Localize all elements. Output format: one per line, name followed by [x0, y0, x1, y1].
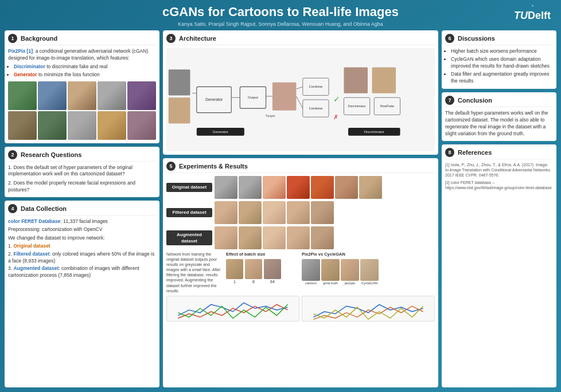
orig-img-2 [239, 176, 262, 199]
bg-img-8 [68, 111, 96, 140]
svg-text:Generator: Generator [213, 130, 228, 134]
experiments-panel: 5 Experiments & Results Original dataset [163, 158, 438, 387]
bg-img-1 [8, 81, 37, 110]
poster-authors: Kanya Satis, Pranjal Singh Rajput, Sonny… [5, 21, 556, 27]
exp-right-bottom: Pix2Pix vs CycleGAN cartoon grnd truth [302, 252, 435, 293]
dc-content: color FERET Database: 11,337 facial imag… [8, 218, 156, 279]
comp-2: grnd truth [321, 259, 340, 285]
ref-2: [2] color FERET database – https://www.n… [445, 180, 553, 190]
aug-img-3 [263, 226, 286, 249]
batch-1-label: 1 [233, 279, 236, 285]
pix2pix-vs-label: Pix2Pix vs CycleGAN [302, 252, 435, 258]
rq-1: 1. Does the default set of hyper paramet… [8, 164, 156, 178]
feret-desc: : 11,337 facial images [60, 218, 108, 224]
filt-img-5 [311, 201, 334, 224]
batch-1-img [226, 259, 243, 279]
bg-img-2 [38, 81, 67, 110]
svg-text:Combine: Combine [309, 85, 323, 88]
exp-row-augmented: Augmented dataset [166, 226, 435, 249]
svg-text:Discriminator: Discriminator [348, 104, 366, 108]
svg-text:✗: ✗ [333, 113, 338, 120]
orig-img-1 [215, 176, 237, 199]
column-1: 1 Background Pix2Pix [1]: a conditional … [5, 30, 159, 387]
background-images [8, 81, 156, 140]
dc-ds-1: 1. Original dataset [8, 243, 156, 250]
comp-img-1 [302, 259, 320, 281]
ref-content: [1] Isola, P., Zhu, J., Zhou, T., & Efro… [445, 162, 553, 190]
exp-row-original: Original dataset [166, 176, 435, 199]
bg-img-10 [127, 111, 156, 140]
filt-img-1 [215, 201, 237, 224]
references-panel: 8 References [1] Isola, P., Zhu, J., Zho… [442, 144, 556, 387]
bg-img-6 [8, 111, 37, 140]
original-label: Original dataset [13, 243, 50, 249]
main-content: 1 Background Pix2Pix [1]: a conditional … [5, 30, 556, 387]
augmented-images [215, 226, 435, 249]
filt-img-2 [239, 201, 262, 224]
conc-number: 7 [445, 96, 454, 105]
svg-text:✓: ✓ [333, 95, 340, 104]
comp-label-1: cartoon [305, 281, 317, 285]
exp-left-bottom: Network from training the original datas… [166, 252, 299, 293]
batch-64-group: 64 [264, 259, 281, 285]
rq-2: 2. Does the model properly recreate faci… [8, 180, 156, 194]
bg-img-7 [38, 111, 67, 140]
conc-content: The default hyper-parameters works well … [445, 110, 553, 138]
generator-label: Generator [14, 72, 37, 77]
bg-img-3 [68, 81, 96, 110]
arch-header: 3 Architecture [166, 34, 435, 45]
disc-bullet-1: Higher batch size worsens performance [451, 48, 553, 55]
exp-bottom-left-inner: Network from training the original datas… [166, 252, 299, 293]
batch-size-section: Effect of batch size 1 8 [226, 252, 281, 293]
charts-row [166, 296, 435, 322]
discussions-panel: 6 Discussions Higher batch size worsens … [442, 30, 556, 89]
background-number: 1 [8, 34, 17, 43]
svg-rect-13 [344, 67, 368, 93]
research-questions-panel: 2 Research Questions 1. Does the default… [5, 147, 159, 198]
feret-label: color FERET Database [8, 218, 60, 224]
exp-content: Original dataset Filtere [166, 176, 435, 322]
disc-bullet-3: Data filter and augmentation greatly imp… [451, 71, 553, 85]
exp-number: 5 [166, 162, 176, 171]
poster: cGANs for Cartoons to Real-life Images K… [0, 0, 561, 392]
bg-img-4 [98, 81, 126, 110]
svg-rect-0 [169, 69, 190, 95]
augmented-dataset-label: Augmented dataset [166, 230, 212, 245]
rq-header: 2 Research Questions [8, 150, 156, 162]
chart-1-svg [167, 296, 299, 321]
tu-delft-logo: ⌃ TUDelft [514, 5, 551, 22]
dc-title: Data Collection [21, 205, 67, 212]
comp-3: pix2pix [341, 259, 359, 285]
batch-64-label: 64 [270, 279, 275, 285]
filt-img-3 [263, 201, 286, 224]
arch-svg: Generator Output Combine Combine ✓ ✗ [166, 48, 435, 151]
batch-images: 1 8 64 [226, 259, 281, 285]
orig-img-4 [287, 176, 310, 199]
arch-number: 3 [166, 34, 176, 43]
rq-content: 1. Does the default set of hyper paramet… [8, 164, 156, 194]
comp-4: CycleGAN [360, 259, 379, 285]
dc-number: 4 [8, 204, 17, 213]
bg-img-9 [98, 111, 126, 140]
dc-preprocessing: Preprocessing: cartoonization with OpenC… [8, 226, 156, 233]
bullet-discriminator: Discriminator to discriminate fake and r… [14, 64, 156, 70]
chart-2 [302, 296, 435, 322]
chart-1 [166, 296, 299, 322]
svg-rect-1 [169, 97, 190, 123]
comparison-images: cartoon grnd truth pix2pix [302, 259, 435, 285]
background-title: Background [21, 35, 57, 42]
discriminator-label: Discriminator [14, 64, 45, 69]
aug-img-1 [215, 226, 237, 249]
exp-bottom-grid: Network from training the original datas… [166, 252, 435, 293]
header-text: cGANs for Cartoons to Real-life Images K… [5, 5, 556, 27]
filt-img-4 [287, 201, 310, 224]
ref-title: References [458, 149, 492, 156]
batch-8-label: 8 [252, 279, 255, 285]
original-dataset-label: Original dataset [166, 183, 212, 191]
background-bullets: Discriminator to discriminate fake and r… [8, 64, 156, 79]
exp-caption: Network from training the original datas… [166, 252, 224, 293]
background-header: 1 Background [8, 34, 156, 45]
disc-content: Higher batch size worsens performance Cy… [445, 48, 553, 84]
comp-label-3: pix2pix [345, 281, 356, 285]
bg-img-5 [127, 81, 156, 110]
